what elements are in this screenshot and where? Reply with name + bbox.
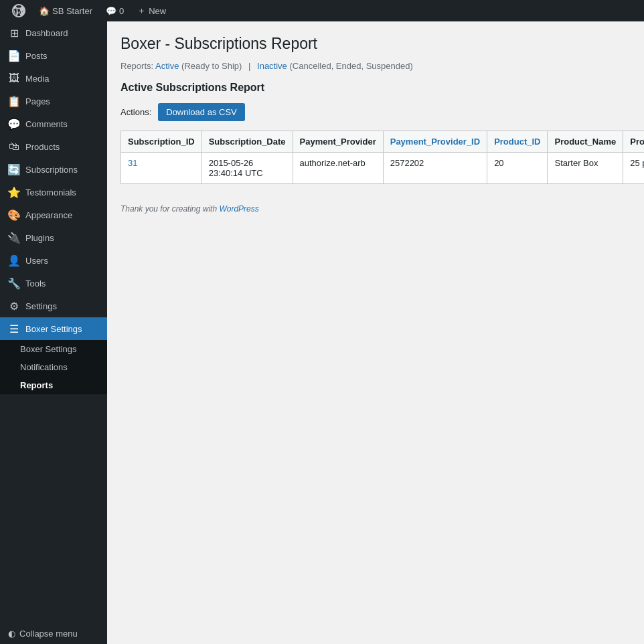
posts-icon: 📄: [8, 50, 20, 62]
active-desc: (Ready to Ship): [181, 61, 242, 71]
col-payment-provider: Payment_Provider: [293, 131, 383, 153]
plus-icon: ＋: [137, 5, 146, 17]
table-header-row: Subscription_ID Subscription_Date Paymen…: [121, 131, 645, 153]
page-title: Boxer - Subscriptions Report: [120, 35, 631, 53]
breadcrumb-separator: |: [248, 61, 250, 71]
sidebar-item-pages[interactable]: 📋 Pages: [0, 90, 107, 112]
media-icon: 🖼: [8, 72, 20, 84]
site-name-button[interactable]: 🏠 SB Starter: [32, 0, 99, 21]
section-title: Active Subscriptions Report: [120, 82, 631, 94]
sub-id-link[interactable]: 31: [128, 158, 137, 168]
sidebar-item-label: Media: [25, 74, 49, 84]
sidebar-item-settings[interactable]: ⚙ Settings: [0, 295, 107, 317]
sidebar-item-products[interactable]: 🛍 Products: [0, 135, 107, 158]
footer-text: Thank you for creating with WordPress: [120, 204, 631, 214]
sidebar-item-label: Users: [25, 256, 48, 266]
sidebar-item-boxer-settings[interactable]: ☰ Boxer Settings: [0, 317, 107, 340]
inactive-desc: (Cancelled, Ended, Suspended): [289, 61, 412, 71]
breadcrumb: Reports: Active (Ready to Ship) | Inacti…: [120, 61, 631, 71]
sidebar-item-dashboard[interactable]: ⊞ Dashboard: [0, 21, 107, 44]
sidebar-item-comments[interactable]: 💬 Comments: [0, 112, 107, 135]
cell-pay-provider-id: 2572202: [383, 153, 487, 184]
comments-button[interactable]: 💬 0: [99, 0, 131, 21]
col-product-id: Product_ID: [487, 131, 548, 153]
submenu-item-notifications[interactable]: Notifications: [0, 358, 107, 376]
comment-icon: 💬: [106, 6, 116, 16]
cell-product-price: 25 per month: [623, 153, 644, 184]
sidebar-item-label: Settings: [25, 301, 57, 311]
sidebar-item-label: Testomonials: [25, 187, 76, 197]
cell-pay-provider: authorize.net-arb: [293, 153, 383, 184]
cell-sub-id: 31: [121, 153, 202, 184]
pages-icon: 📋: [8, 95, 20, 107]
sidebar-item-label: Appearance: [25, 210, 72, 220]
sidebar-item-label: Dashboard: [25, 28, 68, 38]
boxer-settings-icon: ☰: [8, 323, 20, 335]
comments-icon: 💬: [8, 118, 20, 130]
boxer-settings-submenu: Boxer Settings Notifications Reports: [0, 340, 107, 394]
sidebar-item-label: Tools: [25, 278, 46, 289]
download-csv-button[interactable]: Download as CSV: [158, 103, 245, 121]
sidebar-item-plugins[interactable]: 🔌 Plugins: [0, 226, 107, 249]
new-label: New: [149, 6, 166, 16]
collapse-menu-button[interactable]: ◐ Collapse menu: [0, 623, 107, 644]
sidebar-item-testimonials[interactable]: ⭐ Testomonials: [0, 181, 107, 204]
main-content: Boxer - Subscriptions Report Reports: Ac…: [107, 21, 644, 644]
collapse-label: Collapse menu: [19, 629, 78, 639]
new-content-button[interactable]: ＋ New: [131, 0, 173, 21]
admin-bar: 🏠 SB Starter 💬 0 ＋ New: [0, 0, 644, 21]
col-payment-provider-id: Payment_Provider_ID: [383, 131, 487, 153]
sidebar-item-media[interactable]: 🖼 Media: [0, 67, 107, 90]
submenu-item-reports[interactable]: Reports: [0, 376, 107, 394]
subscriptions-icon: 🔄: [8, 163, 20, 175]
sidebar-item-label: Posts: [25, 51, 48, 61]
home-icon: 🏠: [39, 6, 50, 16]
users-icon: 👤: [8, 254, 20, 266]
actions-label: Actions:: [120, 107, 151, 117]
sidebar-item-posts[interactable]: 📄 Posts: [0, 44, 107, 67]
sidebar-item-subscriptions[interactable]: 🔄 Subscriptions: [0, 158, 107, 181]
sidebar-item-tools[interactable]: 🔧 Tools: [0, 272, 107, 295]
sidebar-item-appearance[interactable]: 🎨 Appearance: [0, 204, 107, 226]
testimonials-icon: ⭐: [8, 186, 20, 198]
collapse-icon: ◐: [8, 629, 15, 639]
wp-logo-button[interactable]: [5, 0, 32, 21]
sidebar-item-label: Subscriptions: [25, 165, 78, 175]
comment-count: 0: [119, 6, 124, 16]
main-layout: ⊞ Dashboard 📄 Posts 🖼 Media 📋 Pages 💬 Co…: [0, 21, 644, 644]
dashboard-icon: ⊞: [8, 27, 20, 39]
col-subscription-id: Subscription_ID: [121, 131, 202, 153]
sidebar: ⊞ Dashboard 📄 Posts 🖼 Media 📋 Pages 💬 Co…: [0, 21, 107, 644]
cell-product-name: Starter Box: [548, 153, 623, 184]
cell-sub-date: 2015-05-26 23:40:14 UTC: [202, 153, 293, 184]
sidebar-item-users[interactable]: 👤 Users: [0, 249, 107, 272]
footer-prefix: Thank you for creating with: [120, 204, 219, 214]
products-icon: 🛍: [8, 141, 20, 153]
table-row: 31 2015-05-26 23:40:14 UTC authorize.net…: [121, 153, 645, 184]
sidebar-item-label: Pages: [25, 96, 50, 106]
col-product-price: Product_Price: [623, 131, 644, 153]
appearance-icon: 🎨: [8, 209, 20, 221]
settings-icon: ⚙: [8, 300, 20, 312]
sidebar-item-label: Comments: [25, 119, 68, 129]
inactive-link[interactable]: Inactive: [257, 61, 287, 71]
sidebar-item-label: Plugins: [25, 233, 54, 243]
subscriptions-table: Subscription_ID Subscription_Date Paymen…: [120, 131, 644, 184]
tools-icon: 🔧: [8, 277, 20, 289]
plugins-icon: 🔌: [8, 232, 20, 244]
site-name: SB Starter: [52, 6, 92, 16]
sidebar-item-label: Products: [25, 142, 60, 152]
wordpress-link[interactable]: WordPress: [219, 204, 258, 214]
sidebar-item-label: Boxer Settings: [25, 324, 82, 334]
submenu-item-boxer-settings[interactable]: Boxer Settings: [0, 340, 107, 358]
active-link[interactable]: Active: [155, 61, 179, 71]
col-product-name: Product_Name: [548, 131, 623, 153]
actions-bar: Actions: Download as CSV: [120, 103, 631, 121]
breadcrumb-prefix: Reports:: [120, 61, 153, 71]
col-subscription-date: Subscription_Date: [202, 131, 293, 153]
cell-product-id: 20: [487, 153, 548, 184]
